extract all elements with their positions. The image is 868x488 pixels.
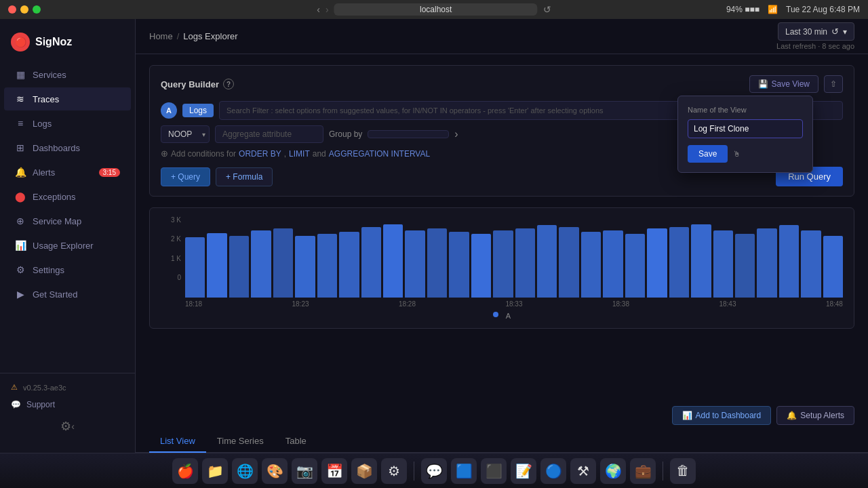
sidebar-item-dashboards[interactable]: ⊞ Dashboards	[4, 136, 131, 159]
dashboard-icon: 📊	[682, 411, 692, 420]
sidebar-item-service-map[interactable]: ⊕ Service Map	[4, 209, 131, 232]
breadcrumb-home[interactable]: Home	[149, 31, 173, 41]
save-view-button[interactable]: 💾 Save View	[749, 75, 818, 93]
query-builder-actions: 💾 Save View ⇧	[749, 75, 843, 93]
chart-bar-14	[493, 230, 513, 298]
plus-circle-icon: ⊕	[161, 148, 168, 159]
chart-bar-22	[669, 227, 689, 298]
service-map-icon: ⊕	[15, 216, 26, 226]
tab-list-view[interactable]: List View	[149, 430, 206, 453]
sidebar-item-settings[interactable]: ⚙ Settings	[4, 258, 131, 281]
breadcrumb-sep: /	[177, 31, 180, 41]
y-label-2k: 2 K	[161, 235, 181, 243]
dock-safari[interactable]: 🌐	[232, 458, 258, 484]
services-icon: ▦	[15, 69, 26, 80]
wifi-icon: 📶	[768, 5, 778, 14]
dock-xcode[interactable]: ⚒	[570, 458, 596, 484]
add-to-dashboard-button[interactable]: 📊 Add to Dashboard	[672, 406, 772, 425]
dock-notion[interactable]: 📝	[511, 458, 536, 484]
sidebar-label-alerts: Alerts	[33, 167, 55, 178]
dock-calendar[interactable]: 📅	[321, 458, 347, 484]
sidebar-item-usage-explorer[interactable]: 📊 Usage Explorer	[4, 234, 131, 257]
popup-label: Name of the View	[688, 106, 803, 114]
alerts-icon: 🔔	[15, 167, 26, 178]
order-by-link[interactable]: ORDER BY	[239, 149, 281, 159]
support-link[interactable]: 💬 Support	[0, 396, 135, 413]
view-tabs: List View Time Series Table	[136, 430, 868, 453]
maximize-button[interactable]	[33, 5, 41, 14]
sidebar-item-logs[interactable]: ≡ Logs	[4, 112, 131, 135]
mac-window-controls[interactable]	[8, 5, 41, 14]
sidebar-item-alerts[interactable]: 🔔 Alerts 3:15	[4, 161, 131, 184]
chart-bar-5	[295, 236, 315, 298]
tab-table[interactable]: Table	[275, 430, 317, 453]
dock-folder[interactable]: 📁	[202, 458, 228, 484]
dock-zoom2[interactable]: 🔵	[540, 458, 566, 484]
nav-forward[interactable]: ›	[326, 4, 329, 15]
minimize-button[interactable]	[20, 5, 28, 14]
time-label: Last 30 min	[785, 27, 827, 37]
chart-bars-area[interactable]	[185, 216, 843, 298]
get-started-icon: ▶	[15, 289, 26, 300]
nav-back[interactable]: ‹	[317, 4, 320, 15]
query-nav-icon[interactable]: ›	[454, 128, 458, 140]
time-dropdown-icon: ▾	[843, 27, 847, 37]
add-formula-button[interactable]: + Formula	[216, 167, 273, 186]
share-button[interactable]: ⇧	[824, 75, 843, 93]
chart-wrapper: 3 K 2 K 1 K 0	[161, 216, 843, 298]
dock-photos[interactable]: 🎨	[262, 458, 288, 484]
breadcrumb-current: Logs Explorer	[183, 31, 237, 41]
dock-camera[interactable]: 📷	[292, 458, 317, 484]
chart-bar-11	[427, 228, 447, 298]
mac-address-bar-area: ‹ › localhost ↺	[317, 3, 551, 16]
chart-x-axis: 18:18 18:23 18:28 18:33 18:38 18:43 18:4…	[161, 300, 843, 308]
setup-alerts-button[interactable]: 🔔 Setup Alerts	[776, 406, 854, 425]
dock-app-store[interactable]: 📦	[351, 458, 377, 484]
noop-select-wrapper[interactable]: NOOP	[161, 125, 210, 143]
dock-finder[interactable]: 🍎	[172, 458, 198, 484]
x-label-1818: 18:18	[185, 300, 202, 308]
group-by-input[interactable]	[368, 130, 449, 138]
dock-slack[interactable]: 💬	[421, 458, 447, 484]
sidebar-collapse-button[interactable]: ⚙ ‹	[0, 413, 135, 439]
sidebar-item-services[interactable]: ▦ Services	[4, 63, 131, 86]
chart-bar-26	[757, 228, 776, 298]
address-bar[interactable]: localhost	[334, 3, 538, 16]
warning-icon: ⚠	[11, 383, 18, 392]
dock-terminal[interactable]: ⬛	[481, 458, 507, 484]
header-right: Last 30 min ↺ ▾ Last refresh · 8 sec ago	[776, 22, 854, 50]
sidebar-item-exceptions[interactable]: ⬤ Exceptions	[4, 185, 131, 208]
popup-save-button[interactable]: Save	[688, 145, 728, 163]
header-left: Home / Logs Explorer	[149, 31, 238, 41]
app-header: Home / Logs Explorer Last 30 min ↺ ▾ Las…	[136, 19, 868, 54]
agg-interval-link[interactable]: AGGREGATION INTERVAL	[329, 149, 430, 159]
reload-icon[interactable]: ↺	[543, 4, 551, 15]
aggregate-attribute-input[interactable]: Aggregate attribute	[215, 125, 323, 143]
view-name-input[interactable]	[688, 119, 803, 138]
collapse-arrow: ‹	[71, 421, 75, 432]
query-builder-title: Query Builder ?	[161, 79, 234, 89]
dock-system-prefs[interactable]: ⚙	[381, 458, 407, 484]
tab-time-series[interactable]: Time Series	[206, 430, 275, 453]
chart-bar-29	[823, 236, 843, 298]
time-range-selector[interactable]: Last 30 min ↺ ▾	[778, 22, 854, 41]
help-icon[interactable]: ?	[223, 79, 234, 89]
chart-bar-25	[735, 234, 755, 298]
chart-bar-2	[229, 236, 249, 298]
limit-link[interactable]: LIMIT	[289, 149, 310, 159]
close-button[interactable]	[8, 5, 16, 14]
sidebar-item-get-started[interactable]: ▶ Get Started	[4, 283, 131, 306]
dock-trash[interactable]: 🗑	[670, 458, 696, 484]
chart-bar-9	[383, 224, 403, 298]
dock-chrome[interactable]: 🌍	[600, 458, 626, 484]
noop-select[interactable]: NOOP	[161, 125, 210, 143]
add-query-button[interactable]: + Query	[161, 167, 210, 186]
chart-bar-16	[537, 225, 557, 298]
query-builder-header: Query Builder ? 💾 Save View ⇧	[161, 75, 843, 93]
sidebar-label-exceptions: Exceptions	[33, 192, 76, 202]
dock-zoom[interactable]: 🟦	[451, 458, 477, 484]
chart-bar-23	[691, 224, 711, 298]
dock-vscode[interactable]: 💼	[630, 458, 656, 484]
sidebar-label-traces: Traces	[33, 94, 59, 104]
sidebar-item-traces[interactable]: ≋ Traces	[4, 87, 131, 110]
